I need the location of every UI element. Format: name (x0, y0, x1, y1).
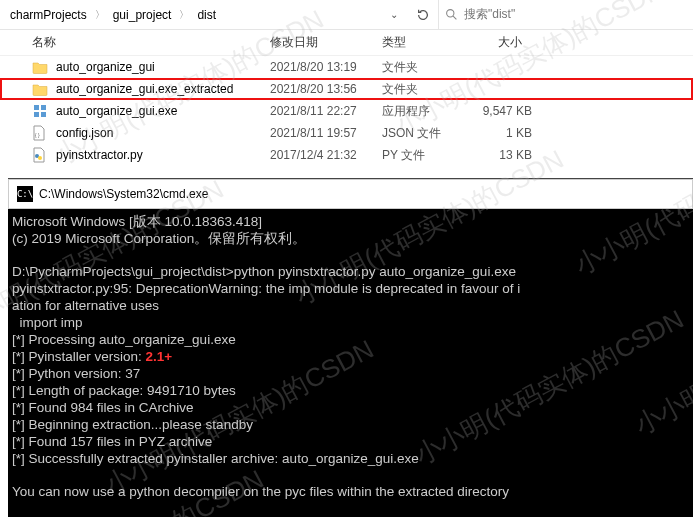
svg-rect-4 (34, 112, 39, 117)
file-name: auto_organize_gui.exe (56, 104, 270, 118)
chevron-right-icon: 〉 (177, 8, 191, 22)
cmd-window: C:\ C:\Windows\System32\cmd.exe Microsof… (8, 178, 693, 517)
svg-rect-3 (41, 105, 46, 110)
file-name: config.json (56, 126, 270, 140)
breadcrumb-item[interactable]: gui_project (107, 4, 178, 26)
address-bar: charmProjects 〉 gui_project 〉 dist ⌄ 搜索"… (0, 0, 693, 30)
file-type: JSON 文件 (382, 125, 462, 142)
svg-text:{ }: { } (35, 132, 40, 138)
breadcrumb-item[interactable]: dist (191, 4, 222, 26)
file-row[interactable]: { }config.json2021/8/11 19:57JSON 文件1 KB (0, 122, 693, 144)
refresh-icon[interactable] (408, 8, 438, 22)
exe-icon (32, 103, 50, 119)
file-row[interactable]: auto_organize_gui2021/8/20 13:19文件夹 (0, 56, 693, 78)
address-dropdown-icon[interactable]: ⌄ (380, 9, 408, 20)
column-headers: 名称 修改日期 类型 大小 (0, 30, 693, 56)
chevron-right-icon: 〉 (93, 8, 107, 22)
file-date: 2021/8/20 13:19 (270, 60, 382, 74)
file-type: 文件夹 (382, 59, 462, 76)
file-name: pyinstxtractor.py (56, 148, 270, 162)
svg-line-1 (453, 16, 456, 19)
file-size: 1 KB (462, 126, 532, 140)
file-size: 9,547 KB (462, 104, 532, 118)
file-date: 2021/8/11 19:57 (270, 126, 382, 140)
column-date[interactable]: 修改日期 (270, 34, 382, 51)
column-size[interactable]: 大小 (462, 34, 522, 51)
file-type: 应用程序 (382, 103, 462, 120)
file-list: auto_organize_gui2021/8/20 13:19文件夹auto_… (0, 56, 693, 166)
file-date: 2021/8/11 22:27 (270, 104, 382, 118)
cmd-title-text: C:\Windows\System32\cmd.exe (39, 187, 208, 201)
svg-rect-5 (41, 112, 46, 117)
breadcrumb: charmProjects 〉 gui_project 〉 dist (0, 4, 222, 26)
file-size: 13 KB (462, 148, 532, 162)
search-placeholder: 搜索"dist" (464, 6, 515, 23)
cmd-icon: C:\ (17, 186, 33, 202)
folder-icon (32, 59, 50, 75)
svg-rect-2 (34, 105, 39, 110)
column-name[interactable]: 名称 (32, 34, 270, 51)
file-name: auto_organize_gui (56, 60, 270, 74)
file-name: auto_organize_gui.exe_extracted (56, 82, 270, 96)
column-type[interactable]: 类型 (382, 34, 462, 51)
py-icon (32, 147, 50, 163)
cmd-output[interactable]: Microsoft Windows [版本 10.0.18363.418] (c… (8, 209, 693, 517)
cmd-titlebar[interactable]: C:\ C:\Windows\System32\cmd.exe (8, 179, 693, 209)
search-input[interactable]: 搜索"dist" (438, 0, 693, 29)
breadcrumb-item[interactable]: charmProjects (4, 4, 93, 26)
file-type: PY 文件 (382, 147, 462, 164)
file-date: 2021/8/20 13:56 (270, 82, 382, 96)
svg-point-0 (447, 10, 454, 17)
svg-point-8 (38, 156, 42, 160)
search-icon (445, 8, 458, 21)
json-icon: { } (32, 125, 50, 141)
file-row[interactable]: auto_organize_gui.exe2021/8/11 22:27应用程序… (0, 100, 693, 122)
file-type: 文件夹 (382, 81, 462, 98)
file-date: 2017/12/4 21:32 (270, 148, 382, 162)
file-row[interactable]: pyinstxtractor.py2017/12/4 21:32PY 文件13 … (0, 144, 693, 166)
folder-icon (32, 81, 50, 97)
file-row[interactable]: auto_organize_gui.exe_extracted2021/8/20… (0, 78, 693, 100)
